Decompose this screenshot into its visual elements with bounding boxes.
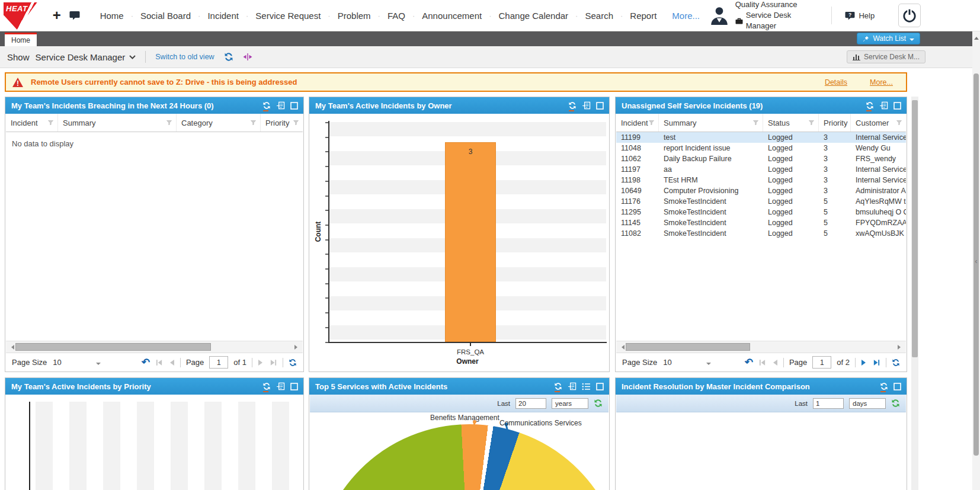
refresh-icon[interactable] xyxy=(880,382,888,390)
last-value-input[interactable] xyxy=(515,398,546,409)
tab-home[interactable]: Home xyxy=(5,33,37,46)
column-header-incident[interactable]: Incident xyxy=(616,114,659,132)
scrollbar-thumb[interactable] xyxy=(15,343,211,351)
table-row[interactable]: 11082SmokeTestIncidentLogged5xwAQmUsBJK … xyxy=(616,228,906,239)
nav-item-problem[interactable]: Problem xyxy=(338,11,371,21)
column-header-summary[interactable]: Summary xyxy=(58,114,177,132)
nav-item-report[interactable]: Report xyxy=(630,11,656,21)
first-page-icon[interactable] xyxy=(155,359,163,366)
page-input[interactable] xyxy=(209,356,228,369)
table-row[interactable]: 11199testLogged3Internal Services xyxy=(616,132,906,143)
refresh-icon[interactable] xyxy=(262,382,271,390)
refresh-icon[interactable] xyxy=(568,101,577,110)
filter-icon[interactable] xyxy=(649,120,654,125)
table-row[interactable]: 10649Computer ProvisioningLogged3Adminis… xyxy=(616,185,906,196)
scroll-left-arrow[interactable] xyxy=(9,345,14,350)
column-header-incident[interactable]: Incident xyxy=(6,114,58,132)
apply-refresh-icon[interactable] xyxy=(594,399,603,408)
maximize-icon[interactable] xyxy=(596,383,604,390)
unit-select[interactable]: days xyxy=(849,398,886,409)
column-header-customer[interactable]: Customer xyxy=(851,114,906,132)
scroll-left-arrow[interactable] xyxy=(619,345,624,350)
panel-collapse-handle[interactable]: ‹ xyxy=(973,240,979,281)
nav-item-service-request[interactable]: Service Request xyxy=(255,11,321,21)
bar-frs-qa[interactable] xyxy=(445,142,496,342)
watch-list-button[interactable]: Watch List xyxy=(857,33,920,44)
horizontal-scrollbar[interactable] xyxy=(616,341,906,353)
table-row[interactable]: 11145SmokeTestIncidentLogged5FPYQDmRZAA … xyxy=(616,217,906,228)
refresh-icon[interactable] xyxy=(554,382,562,390)
nav-item-home[interactable]: Home xyxy=(100,11,124,21)
filter-icon[interactable] xyxy=(753,120,758,125)
column-header-status[interactable]: Status xyxy=(763,114,819,132)
export-icon[interactable] xyxy=(582,101,591,110)
unit-select[interactable]: years xyxy=(552,398,588,409)
export-icon[interactable] xyxy=(276,382,285,390)
nav-item-incident[interactable]: Incident xyxy=(207,11,239,21)
maximize-icon[interactable] xyxy=(893,383,901,390)
page-input[interactable] xyxy=(812,356,831,369)
nav-item-change-calendar[interactable]: Change Calendar xyxy=(499,11,569,21)
banner-more-link[interactable]: More... xyxy=(870,78,893,87)
refresh-icon[interactable] xyxy=(289,358,297,367)
horizontal-scrollbar[interactable] xyxy=(6,341,303,353)
maximize-icon[interactable] xyxy=(290,383,298,390)
apply-refresh-icon[interactable] xyxy=(891,399,900,408)
dashboard-scrollbar[interactable] xyxy=(911,97,918,490)
new-record-plus-icon[interactable]: + xyxy=(53,9,61,21)
refresh-icon[interactable] xyxy=(262,101,271,110)
table-row[interactable]: 11062Daily Backup FailureLogged3FRS_wend… xyxy=(616,153,906,164)
next-page-icon[interactable] xyxy=(861,359,867,366)
scroll-right-arrow[interactable] xyxy=(898,345,903,350)
maximize-icon[interactable] xyxy=(893,102,901,110)
previous-page-icon[interactable] xyxy=(771,359,778,366)
table-row[interactable]: 11295SmokeTestIncidentLogged5bmsuluheqj … xyxy=(616,207,906,217)
scroll-up-arrow[interactable] xyxy=(974,34,979,40)
export-icon[interactable] xyxy=(568,382,577,390)
maximize-icon[interactable] xyxy=(596,102,604,110)
nav-item-more[interactable]: More... xyxy=(672,11,700,21)
scrollbar-thumb[interactable] xyxy=(626,343,750,351)
scroll-right-arrow[interactable] xyxy=(294,345,300,350)
last-value-input[interactable] xyxy=(813,398,844,409)
help-button[interactable]: ? Help xyxy=(845,11,875,20)
filter-icon[interactable] xyxy=(809,120,814,125)
refresh-icon[interactable] xyxy=(224,52,233,62)
next-page-icon[interactable] xyxy=(258,359,264,366)
table-row[interactable]: 11198TEst HRMLogged3Internal Services xyxy=(616,175,906,185)
column-header-priority[interactable]: Priority xyxy=(819,114,851,132)
filter-icon[interactable] xyxy=(166,120,172,125)
list-view-icon[interactable] xyxy=(582,383,591,390)
filter-icon[interactable] xyxy=(293,120,299,125)
refresh-icon[interactable] xyxy=(866,101,874,110)
export-icon[interactable] xyxy=(276,101,285,110)
page-size-value[interactable]: 10 xyxy=(53,358,61,367)
table-row[interactable]: 11197aaLogged3Internal Services xyxy=(616,164,906,175)
pie-circle[interactable] xyxy=(315,424,609,490)
page-size-dropdown-icon[interactable] xyxy=(706,363,711,367)
page-size-dropdown-icon[interactable] xyxy=(96,363,101,367)
dashboard-shortcut-button[interactable]: Service Desk M... xyxy=(847,50,925,63)
filter-icon[interactable] xyxy=(251,120,256,125)
refresh-icon[interactable] xyxy=(892,358,900,367)
undo-icon[interactable]: ↶ xyxy=(745,358,753,367)
last-page-icon[interactable] xyxy=(873,359,880,366)
nav-item-announcement[interactable]: Announcement xyxy=(422,11,482,21)
user-avatar-icon[interactable] xyxy=(708,4,731,27)
scrollbar-thumb[interactable] xyxy=(912,100,918,357)
last-page-icon[interactable] xyxy=(270,359,277,366)
nav-item-social-board[interactable]: Social Board xyxy=(140,11,191,21)
table-row[interactable]: 11176SmokeTestIncidentLogged5AqYlesRqMW … xyxy=(616,196,906,207)
banner-details-link[interactable]: Details xyxy=(825,78,847,87)
page-size-value[interactable]: 10 xyxy=(663,358,671,367)
nav-item-faq[interactable]: FAQ xyxy=(387,11,405,21)
maximize-icon[interactable] xyxy=(290,102,298,110)
logout-power-button[interactable] xyxy=(898,4,921,27)
filter-icon[interactable] xyxy=(896,120,902,125)
layout-move-icon[interactable] xyxy=(243,53,252,61)
first-page-icon[interactable] xyxy=(758,359,766,366)
chat-bubble-icon[interactable] xyxy=(69,11,80,20)
heat-logo[interactable]: HEAT xyxy=(4,2,37,30)
column-header-priority[interactable]: Priority xyxy=(261,114,303,132)
previous-page-icon[interactable] xyxy=(168,359,175,366)
